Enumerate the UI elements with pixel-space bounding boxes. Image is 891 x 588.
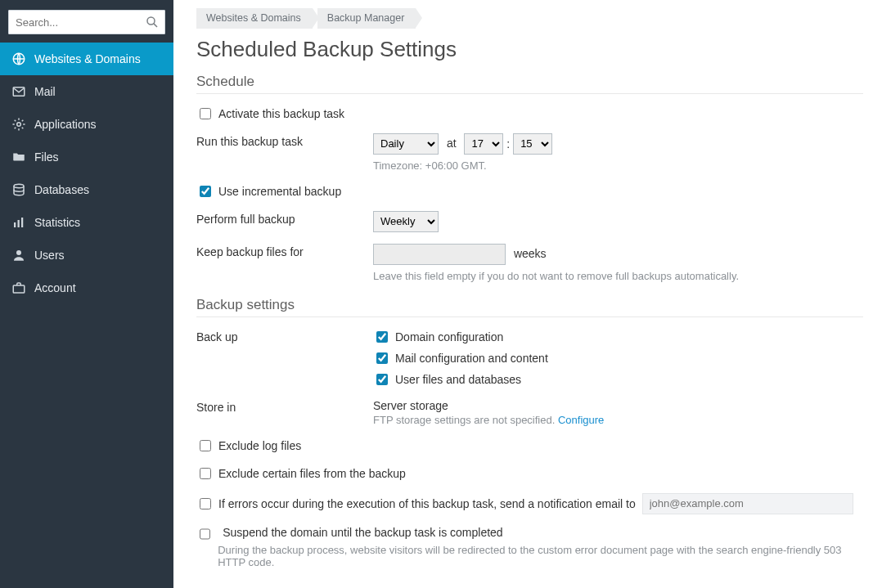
keep-unit-label: weeks (514, 247, 547, 260)
colon-label: : (506, 137, 510, 150)
exclude-log-label[interactable]: Exclude log files (218, 439, 301, 452)
run-task-row: Run this backup task Daily at 17 : 15 Ti… (196, 133, 863, 172)
sidebar-item-label: Websites & Domains (34, 52, 141, 65)
search-box (8, 10, 165, 34)
sidebar-search-wrap (0, 0, 173, 43)
incremental-label[interactable]: Use incremental backup (218, 185, 341, 198)
keep-hint: Leave this field empty if you do not wan… (373, 270, 863, 282)
notify-label[interactable]: If errors occur during the execution of … (218, 497, 636, 510)
mail-cfg-checkbox[interactable] (376, 352, 388, 364)
timezone-note: Timezone: +06:00 GMT. (373, 159, 863, 172)
user-files-row: User files and databases (373, 371, 863, 388)
svg-point-4 (17, 123, 21, 127)
exclude-log-row: Exclude log files (196, 438, 863, 454)
folder-icon (11, 150, 26, 164)
database-icon (11, 182, 26, 197)
breadcrumb-item[interactable]: Websites & Domains (196, 8, 313, 29)
user-files-checkbox[interactable] (376, 374, 388, 385)
minute-select[interactable]: 15 (513, 133, 552, 155)
sidebar-item-users[interactable]: Users (0, 239, 173, 272)
sidebar-item-label: Statistics (34, 216, 80, 229)
svg-rect-8 (21, 218, 23, 227)
search-icon (145, 15, 160, 29)
globe-icon (11, 52, 26, 66)
backup-content-fields: Domain configuration Mail configuration … (373, 329, 863, 388)
incremental-row: Use incremental backup (196, 183, 863, 200)
svg-point-0 (147, 17, 155, 25)
notify-row: If errors occur during the execution of … (196, 493, 863, 514)
full-backup-label: Perform full backup (196, 211, 373, 226)
suspend-checkbox[interactable] (200, 528, 210, 540)
sidebar-item-mail[interactable]: Mail (0, 75, 173, 108)
breadcrumb: Websites & Domains Backup Manager (196, 8, 863, 29)
backup-content-label: Back up (196, 329, 373, 343)
store-in-fields: Server storage FTP storage settings are … (373, 399, 863, 426)
sidebar-item-applications[interactable]: Applications (0, 108, 173, 141)
exclude-certain-row: Exclude certain files from the backup (196, 465, 863, 482)
hour-select[interactable]: 17 (464, 133, 503, 155)
sidebar-item-websites-domains[interactable]: Websites & Domains (0, 43, 173, 75)
section-title-settings: Backup settings (196, 297, 863, 317)
suspend-label[interactable]: Suspend the domain until the backup task… (223, 526, 502, 539)
run-task-label: Run this backup task (196, 133, 373, 148)
svg-rect-7 (18, 220, 20, 227)
ftp-note-line: FTP storage settings are not specified. … (373, 414, 863, 426)
full-frequency-select[interactable]: Weekly (373, 211, 439, 232)
keep-files-label: Keep backup files for (196, 244, 373, 258)
sidebar-item-label: Files (34, 150, 59, 164)
user-files-label[interactable]: User files and databases (395, 373, 521, 386)
sidebar-item-label: Databases (34, 183, 89, 196)
suspend-hint: During the backup process, website visit… (218, 544, 863, 568)
sidebar-item-files[interactable]: Files (0, 141, 173, 173)
activate-task-checkbox[interactable] (200, 108, 211, 119)
mail-cfg-row: Mail configuration and content (373, 350, 863, 366)
sidebar-item-account[interactable]: Account (0, 272, 173, 304)
keep-files-row: Keep backup files for weeks Leave this f… (196, 244, 863, 282)
sidebar-item-label: Account (34, 281, 76, 294)
svg-rect-10 (13, 285, 25, 293)
full-backup-fields: Weekly (373, 211, 863, 232)
sidebar-item-databases[interactable]: Databases (0, 173, 173, 206)
backup-content-row: Back up Domain configuration Mail config… (196, 329, 863, 388)
keep-weeks-input[interactable] (373, 244, 506, 265)
mail-icon (11, 84, 26, 99)
section-title-schedule: Schedule (196, 74, 863, 94)
sidebar: Websites & Domains Mail Applications Fil… (0, 0, 173, 588)
ftp-configure-link[interactable]: Configure (558, 414, 604, 426)
store-in-value: Server storage (373, 399, 863, 412)
svg-point-9 (16, 250, 21, 255)
exclude-certain-checkbox[interactable] (200, 468, 211, 479)
activate-task-row: Activate this backup task (196, 105, 863, 122)
domain-cfg-row: Domain configuration (373, 329, 863, 345)
sidebar-item-statistics[interactable]: Statistics (0, 206, 173, 239)
svg-line-1 (154, 24, 157, 27)
sidebar-item-label: Users (34, 249, 65, 262)
frequency-select[interactable]: Daily (373, 133, 439, 155)
main-content: Websites & Domains Backup Manager Schedu… (173, 0, 891, 588)
mail-cfg-label[interactable]: Mail configuration and content (395, 352, 548, 365)
page-title: Scheduled Backup Settings (196, 37, 863, 62)
at-label: at (447, 137, 457, 150)
user-icon (11, 248, 26, 263)
sidebar-nav: Websites & Domains Mail Applications Fil… (0, 43, 173, 304)
suspend-row: Suspend the domain until the backup task… (196, 526, 863, 568)
store-in-row: Store in Server storage FTP storage sett… (196, 399, 863, 426)
sidebar-item-label: Applications (34, 118, 97, 131)
exclude-log-checkbox[interactable] (200, 440, 211, 451)
sidebar-item-label: Mail (34, 85, 56, 98)
incremental-checkbox[interactable] (200, 186, 211, 197)
notify-email-input[interactable] (642, 493, 853, 514)
domain-cfg-label[interactable]: Domain configuration (395, 330, 503, 343)
domain-cfg-checkbox[interactable] (376, 331, 388, 343)
breadcrumb-item[interactable]: Backup Manager (317, 8, 416, 29)
ftp-note-text: FTP storage settings are not specified. (373, 414, 558, 426)
exclude-certain-label[interactable]: Exclude certain files from the backup (218, 467, 406, 480)
svg-point-5 (14, 184, 24, 188)
run-task-fields: Daily at 17 : 15 Timezone: +06:00 GMT. (373, 133, 863, 172)
gear-icon (11, 117, 26, 132)
activate-task-label[interactable]: Activate this backup task (218, 107, 344, 120)
store-in-label: Store in (196, 399, 373, 414)
notify-checkbox[interactable] (200, 498, 211, 509)
full-backup-row: Perform full backup Weekly (196, 211, 863, 232)
chart-icon (11, 215, 26, 230)
